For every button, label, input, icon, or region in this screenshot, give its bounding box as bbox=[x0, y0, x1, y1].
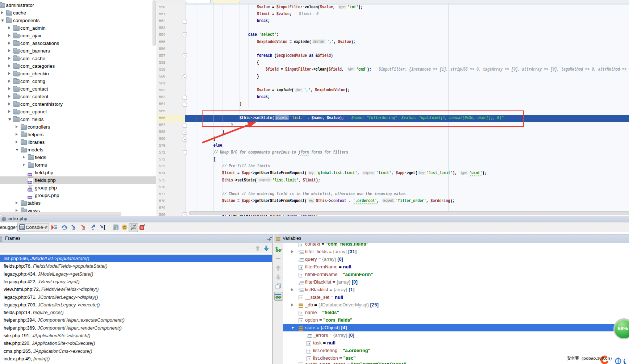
frame-row[interactable]: legacy.php:434, JModelLegacy->getState() bbox=[0, 270, 272, 278]
tree-item-fields-php[interactable]: phpfields.php bbox=[0, 176, 156, 184]
variable-row-filterBlacklist[interactable]: 12filterBlacklist = {array} [0] bbox=[283, 278, 629, 286]
tree-item-com_categories[interactable]: com_categories bbox=[0, 62, 156, 70]
fold-end-marker-icon[interactable] bbox=[182, 135, 187, 142]
tree-item-com_contact[interactable]: com_contact bbox=[0, 85, 156, 93]
tree-item-com_config[interactable]: com_config bbox=[0, 78, 156, 85]
tree-item-com_checkin[interactable]: com_checkin bbox=[0, 70, 156, 78]
add-watch-icon[interactable] bbox=[275, 246, 282, 253]
code-line-555[interactable]: $explodedValue = explode(delimiter:',', … bbox=[257, 39, 355, 46]
tree-expanded-arrow-icon[interactable] bbox=[1, 20, 4, 22]
mute-renderers-icon[interactable]: 12 bbox=[130, 224, 137, 231]
tree-collapsed-arrow-icon[interactable] bbox=[16, 201, 18, 204]
variables-tree[interactable]: 18context = "com_fields.fields"12filter_… bbox=[283, 243, 629, 364]
fold-end-marker-icon[interactable] bbox=[182, 73, 187, 80]
force-step-into-icon[interactable] bbox=[80, 224, 87, 231]
tree-collapsed-arrow-icon[interactable] bbox=[16, 133, 18, 136]
tree-collapsed-arrow-icon[interactable] bbox=[8, 95, 11, 98]
variable-expanded-arrow-icon[interactable] bbox=[291, 327, 294, 329]
step-into-icon[interactable] bbox=[71, 224, 77, 231]
code-line-564[interactable]: } bbox=[239, 101, 242, 108]
copy-icon[interactable] bbox=[275, 283, 281, 290]
code-line-574[interactable]: $limit = $app->getUserStateFromRequest(k… bbox=[222, 170, 487, 177]
tree-item-helpers[interactable]: helpers bbox=[0, 131, 156, 138]
variable-row-filter_fields[interactable]: 12filter_fields = {array} [31] bbox=[283, 248, 629, 255]
variable-row-_errors[interactable]: 12_errors = {array} [0] bbox=[283, 331, 629, 339]
fold-start-marker-icon[interactable] bbox=[182, 32, 187, 38]
code-line-562[interactable]: $value = implode(glue:',', $explodedValu… bbox=[257, 87, 350, 94]
run-to-cursor-icon[interactable] bbox=[100, 224, 106, 231]
frame-row[interactable]: list.php:566, JModelList->populateState(… bbox=[0, 255, 272, 262]
frame-row[interactable]: site.php:191, JApplicationSite->dispatch… bbox=[0, 332, 272, 339]
code-line-563[interactable]: break; bbox=[257, 94, 270, 101]
variable-collapsed-arrow-icon[interactable] bbox=[291, 304, 293, 306]
tree-collapsed-arrow-icon[interactable] bbox=[8, 64, 11, 67]
tab-console[interactable]: Console bbox=[17, 223, 49, 231]
tree-item-forms[interactable]: forms bbox=[0, 161, 156, 169]
tree-item-fields[interactable]: fields bbox=[0, 154, 156, 161]
frame-row[interactable]: legacy.php:709, JControllerLegacy->execu… bbox=[0, 301, 272, 309]
code-line-577[interactable]: // Check if the ordering field is in the… bbox=[222, 191, 407, 198]
tree-vertical-scrollbar[interactable] bbox=[153, 0, 156, 46]
variable-row-_db[interactable]: _db = {JDatabaseDriverMysql} [25] bbox=[283, 301, 629, 309]
tree-collapsed-arrow-icon[interactable] bbox=[23, 156, 25, 159]
fold-end-marker-icon[interactable] bbox=[182, 122, 187, 129]
tree-item-com_ajax[interactable]: com_ajax bbox=[0, 32, 156, 39]
variable-row-state[interactable]: state = {JObject} [4] bbox=[283, 324, 629, 331]
show-execution-point-icon[interactable] bbox=[51, 224, 57, 231]
variable-row-list-ordering[interactable]: 18list.ordering = "a.ordering" bbox=[283, 347, 629, 354]
frame-row[interactable]: helper.php:394, JComponentHelper::execut… bbox=[0, 316, 272, 324]
tree-item-components[interactable]: components bbox=[0, 17, 156, 24]
frame-row[interactable]: fields.php:76, FieldsModelFields->popula… bbox=[0, 262, 272, 270]
tab-debugger[interactable]: Debugger bbox=[0, 222, 17, 232]
code-line-578[interactable]: $value = $app->getUserStateFromRequest(k… bbox=[222, 198, 454, 205]
variable-row-filterFormName[interactable]: 18filterFormName = null bbox=[283, 263, 629, 271]
evaluate-expression-icon[interactable] bbox=[113, 224, 119, 231]
tree-item-com_admin[interactable]: com_admin bbox=[0, 24, 156, 32]
frame-row[interactable]: legacy.php:422, JViewLegacy->get() bbox=[0, 278, 272, 285]
tree-collapsed-arrow-icon[interactable] bbox=[8, 26, 11, 29]
variable-row-task[interactable]: 18task = null bbox=[283, 339, 629, 347]
code-editor[interactable]: $value = $inputFilter->clean($value, typ… bbox=[156, 0, 629, 216]
code-line-554[interactable]: case 'select': bbox=[248, 32, 279, 38]
code-line-558[interactable]: { bbox=[257, 59, 259, 66]
tree-expanded-arrow-icon[interactable] bbox=[16, 149, 18, 151]
fold-start-marker-icon[interactable] bbox=[182, 212, 187, 216]
tree-item-controllers[interactable]: controllers bbox=[0, 123, 156, 131]
fold-end-marker-icon[interactable] bbox=[182, 129, 187, 135]
code-line-557[interactable]: foreach ($explodedValue as &$field) bbox=[257, 53, 333, 59]
tree-item-groups-php[interactable]: phpgroups.php bbox=[0, 192, 156, 199]
show-values-inline-icon[interactable]: @ bbox=[121, 224, 128, 231]
code-line-575[interactable]: $this->setState(property:'list.limit', $… bbox=[222, 177, 320, 184]
fold-end-marker-icon[interactable] bbox=[182, 18, 187, 25]
tree-item-com_cpanel[interactable]: com_cpanel bbox=[0, 108, 156, 116]
tree-item-libraries[interactable]: libraries bbox=[0, 138, 156, 146]
frame-row[interactable]: site.php:230, JApplicationSite->doExecut… bbox=[0, 339, 272, 347]
code-line-560[interactable]: } bbox=[257, 73, 259, 80]
move-down-icon[interactable] bbox=[275, 274, 281, 281]
tree-item-com_banners[interactable]: com_banners bbox=[0, 47, 156, 55]
frame-row[interactable]: fields.php:14, require_once() bbox=[0, 309, 272, 316]
code-line-551[interactable]: $limit = $value; $limit: 0 bbox=[257, 11, 318, 18]
tree-item-com_contenthistory[interactable]: com_contenthistory bbox=[0, 100, 156, 108]
tree-item-cache[interactable]: cache bbox=[0, 9, 156, 17]
editor-horizontal-scrollbar[interactable] bbox=[189, 211, 629, 215]
tree-horizontal-scrollbar[interactable] bbox=[0, 212, 121, 216]
tree-collapsed-arrow-icon[interactable] bbox=[8, 49, 11, 52]
variable-row-htmlFormName[interactable]: 18htmlFormName = "adminForm" bbox=[283, 271, 629, 278]
fold-end-marker-icon[interactable] bbox=[182, 101, 187, 108]
move-up-icon[interactable] bbox=[275, 265, 281, 272]
frames-list[interactable]: list.php:566, JModelList->populateState(… bbox=[0, 253, 272, 364]
code-line-573[interactable]: // Pre-fill the limits bbox=[222, 163, 270, 170]
tree-item-com_content[interactable]: com_content bbox=[0, 93, 156, 100]
code-line-571[interactable]: // Keep B/C for components previous to j… bbox=[213, 149, 348, 156]
variable-row-context[interactable]: 18context = "com_fields.fields" bbox=[283, 243, 629, 248]
code-line-552[interactable]: break; bbox=[257, 18, 270, 25]
frame-row[interactable]: view.html.php:72, FieldsViewFields->disp… bbox=[0, 285, 272, 293]
tree-item-com_cache[interactable]: com_cache bbox=[0, 55, 156, 62]
frame-row[interactable]: index.php:49, {main}() bbox=[0, 355, 272, 363]
code-line-550[interactable]: $value = $inputFilter->clean($value, typ… bbox=[257, 4, 363, 11]
tree-item-field-php[interactable]: phpfield.php bbox=[0, 169, 156, 176]
fold-start-marker-icon[interactable] bbox=[182, 53, 187, 59]
tree-collapsed-arrow-icon[interactable] bbox=[1, 11, 3, 14]
fold-end-marker-icon[interactable] bbox=[182, 94, 187, 101]
